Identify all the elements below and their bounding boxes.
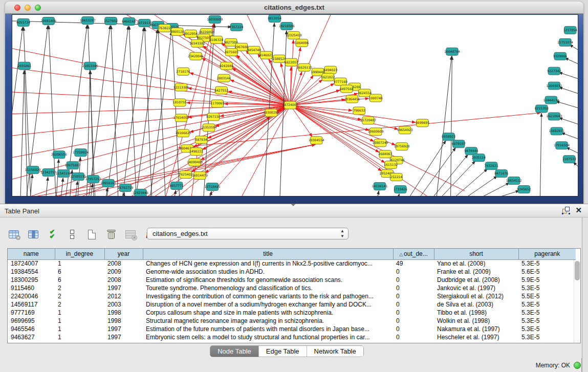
graph-node[interactable]: 2935114 — [472, 154, 486, 162]
graph-node[interactable]: 8813054 — [268, 15, 281, 22]
table-cell-out_degree[interactable]: 0 — [393, 268, 434, 276]
graph-node[interactable]: 16626115 — [296, 63, 312, 71]
table-cell-out_degree[interactable]: 0 — [393, 325, 434, 333]
graph-node[interactable]: 587834 — [195, 136, 208, 144]
delete-icon[interactable] — [104, 228, 118, 241]
table-cell-title[interactable]: Tourette syndrome. Phenomenology and cla… — [143, 284, 393, 292]
graph-node[interactable]: 12923448 — [133, 189, 148, 196]
table-cell-pagerank[interactable]: 5.3E-5 — [518, 333, 576, 341]
graph-node[interactable]: 12325419 — [286, 31, 302, 39]
graph-node[interactable]: 19384554 — [309, 137, 324, 144]
graph-node[interactable]: 1864096 — [295, 39, 309, 47]
graph-node[interactable]: 10688609 — [368, 128, 384, 136]
graph-node[interactable]: 252214 — [390, 173, 403, 181]
table-row[interactable]: 1456911722003Disruption of a novel membe… — [8, 300, 576, 309]
graph-node[interactable]: 1107533 — [562, 156, 576, 163]
graph-node[interactable]: 12505135 — [70, 173, 86, 181]
graph-node[interactable]: 15720407 — [360, 117, 376, 124]
graph-node[interactable]: 18724007 — [282, 101, 298, 109]
graph-node[interactable]: 14136141 — [372, 183, 388, 190]
table-cell-pagerank[interactable]: 5.3E-5 — [518, 259, 576, 268]
graph-node[interactable]: 16782759 — [118, 184, 134, 192]
table-cell-in_degree[interactable]: 6 — [55, 268, 104, 276]
graph-node[interactable]: 1170065 — [210, 100, 224, 107]
graph-node[interactable]: 16210643 — [546, 113, 562, 120]
table-cell-name[interactable]: 9777169 — [8, 309, 55, 317]
column-header-in_degree[interactable]: in_degree — [55, 249, 104, 259]
graph-node[interactable]: 1217054 — [563, 26, 577, 34]
table-cell-year[interactable]: 1998 — [104, 317, 143, 325]
table-cell-title[interactable]: Estimation of the future numbers of pati… — [143, 325, 393, 333]
graph-node[interactable]: 16914479 — [192, 172, 208, 180]
graph-node[interactable]: 2684067 — [378, 150, 392, 158]
graph-node[interactable]: 10653287 — [80, 16, 96, 24]
graph-node[interactable]: 1080748 — [369, 94, 383, 102]
column-header-title[interactable]: title — [143, 249, 393, 259]
graph-node[interactable]: 9227342 — [547, 67, 561, 75]
graph-node[interactable]: 16648784 — [444, 48, 460, 55]
table-row[interactable]: 1830029562008Estimation of significance … — [8, 276, 576, 284]
table-cell-title[interactable]: Disruption of a novel member of a sodium… — [143, 300, 393, 309]
table-row[interactable]: 1872400712008Changes of HCN gene express… — [8, 259, 576, 268]
table-row[interactable]: 946554611997Estimation of the future num… — [8, 325, 576, 333]
table-cell-name[interactable]: 18724007 — [8, 259, 55, 268]
table-cell-pagerank[interactable]: 5.6E-5 — [518, 268, 576, 276]
table-cell-year[interactable]: 1997 — [104, 333, 143, 341]
table-cell-name[interactable]: 19384554 — [8, 268, 55, 276]
clear-selection-icon[interactable] — [66, 228, 79, 241]
table-cell-out_degree[interactable]: 0 — [393, 317, 434, 325]
graph-node[interactable]: 1498222 — [189, 148, 203, 156]
table-cell-out_degree[interactable]: 0 — [393, 309, 434, 317]
table-cell-pagerank[interactable]: 5.5E-5 — [518, 292, 576, 300]
table-cell-year[interactable]: 1997 — [104, 325, 143, 333]
table-cell-in_degree[interactable]: 1 — [55, 333, 104, 341]
table-cell-out_degree[interactable]: 0 — [393, 333, 434, 341]
network-window-titlebar[interactable]: citations_edges.txt — [5, 2, 583, 14]
graph-node[interactable]: 23420046 — [188, 52, 204, 60]
graph-node[interactable]: 9857771 — [170, 182, 184, 190]
graph-node[interactable]: 8186328 — [209, 36, 223, 43]
table-settings-icon[interactable] — [7, 228, 20, 241]
scrollbar-thumb[interactable] — [575, 261, 580, 280]
column-header-out_degree[interactable]: △out_de... — [393, 249, 434, 259]
graph-node[interactable]: 18300295 — [263, 109, 279, 117]
table-cell-year[interactable]: 2008 — [104, 259, 143, 268]
table-cell-title[interactable]: Genome-wide association studies in ADHD. — [143, 268, 393, 276]
table-cell-short[interactable]: Tibbo et al. (1998) — [434, 309, 518, 317]
table-cell-in_degree[interactable]: 1 — [55, 325, 104, 333]
graph-node[interactable]: 9245652 — [517, 186, 531, 193]
table-cell-year[interactable]: 1998 — [104, 309, 143, 317]
graph-node[interactable]: 8427552 — [214, 86, 228, 94]
table-cell-in_degree[interactable]: 6 — [55, 276, 104, 284]
table-cell-short[interactable]: Yano et al. (2008) — [434, 259, 518, 268]
splitter-handle[interactable] — [291, 204, 296, 206]
graph-node[interactable]: 15751074 — [557, 38, 573, 46]
table-cell-short[interactable]: Jankovic et al. (1997) — [434, 284, 518, 292]
float-panel-icon[interactable] — [562, 206, 570, 214]
table-cell-year[interactable]: 2003 — [104, 300, 143, 309]
show-columns-icon[interactable] — [27, 228, 40, 241]
graph-node[interactable]: 20206556 — [51, 151, 67, 159]
graph-node[interactable]: 3875685 — [225, 48, 238, 56]
table-cell-pagerank[interactable]: 5.3E-5 — [518, 317, 576, 325]
table-cell-year[interactable]: 2009 — [104, 268, 143, 276]
graph-node[interactable]: 7632621 — [485, 162, 498, 170]
column-header-name[interactable]: name — [8, 249, 55, 259]
graph-node[interactable]: 17359924 — [73, 149, 89, 157]
table-cell-title[interactable]: Embryonic stem cells: a model to study s… — [143, 333, 393, 341]
table-cell-out_degree[interactable]: 0 — [393, 284, 434, 292]
table-cell-out_degree[interactable]: 0 — [393, 276, 434, 284]
graph-node[interactable]: 15718485 — [204, 183, 220, 191]
table-cell-short[interactable]: Dudbridge et al. (2008) — [434, 276, 518, 284]
table-cell-year[interactable]: 2008 — [104, 276, 143, 284]
memory-status-indicator[interactable] — [574, 362, 581, 369]
table-cell-in_degree[interactable]: 1 — [55, 259, 104, 268]
table-cell-short[interactable]: de Silva et al. (2003) — [434, 300, 518, 309]
graph-node[interactable]: 8267150 — [206, 113, 220, 121]
graph-node[interactable]: 10654112 — [506, 177, 522, 185]
graph-node[interactable]: 1733426 — [394, 186, 407, 193]
graph-node[interactable]: 9242848 — [220, 62, 233, 70]
new-document-icon[interactable] — [85, 228, 98, 241]
graph-node[interactable]: 14099489 — [187, 159, 203, 166]
graph-node[interactable]: 18807249 — [373, 139, 388, 147]
